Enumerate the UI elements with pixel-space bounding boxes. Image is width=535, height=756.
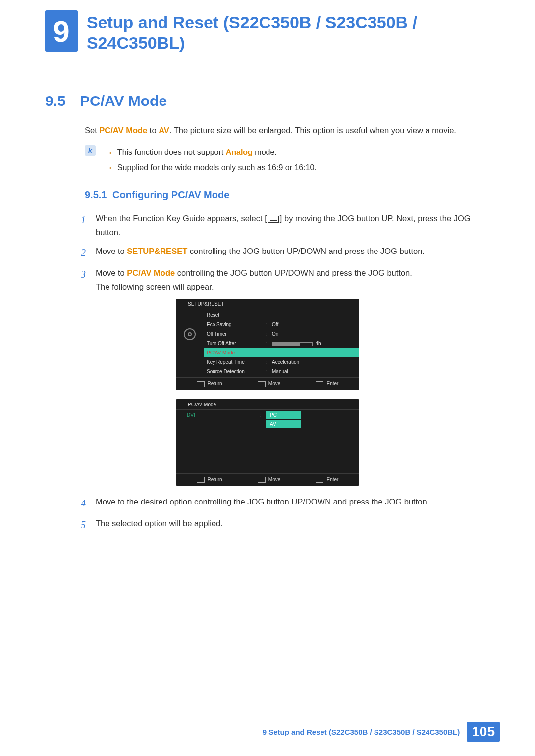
page-number: 105 [467, 722, 500, 742]
subsection-name: Configuring PC/AV Mode [112, 189, 229, 200]
note-item-1: This function does not support Analog mo… [109, 145, 317, 160]
osd2-row-pc: DVI:PC [187, 411, 359, 420]
osd-return-hint: Return [197, 381, 222, 387]
subsection-number: 9.5.1 [85, 189, 112, 201]
step-5: 5 The selected option will be applied. [81, 516, 495, 533]
note-icon: k [85, 145, 96, 156]
step-1: 1 When the Function Key Guide appears, s… [81, 211, 495, 239]
footer-chapter-ref: 9 Setup and Reset (S22C350B / S23C350B /… [263, 728, 460, 736]
chapter-title: Setup and Reset (S22C350B / S23C350B / S… [87, 10, 495, 53]
section-title: 9.5PC/AV Mode [45, 93, 535, 109]
section-name: PC/AV Mode [80, 93, 167, 109]
osd-row-eco: Eco Saving:Off [204, 320, 359, 329]
osd-return-hint: Return [197, 477, 222, 483]
step-4: 4 Move to the desired option controlling… [81, 495, 495, 511]
osd2-footer: Return Move Enter [176, 473, 359, 486]
step-2: 2 Move to SETUP&RESET controlling the JO… [81, 244, 495, 261]
osd-row-pcav-highlighted: PC/AV Mode [204, 348, 359, 357]
osd-row-keyrepeat: Key Repeat Time:Acceleration [204, 357, 359, 367]
osd-enter-hint: Enter [316, 477, 338, 483]
subsection-title: 9.5.1Configuring PC/AV Mode [85, 189, 535, 201]
osd-row-offtimer: Off Timer:On [204, 329, 359, 339]
note-item-2: Supplied for the wide models only such a… [109, 160, 317, 175]
osd2-row-av: AV [187, 420, 359, 429]
osd-enter-hint: Enter [316, 381, 338, 387]
osd-pcav-panel: PC/AV Mode DVI:PC AV Return Move Enter [176, 399, 359, 486]
section-number: 9.5 [45, 93, 80, 109]
gear-icon [184, 328, 196, 340]
chapter-number-badge: 9 [45, 10, 78, 52]
osd-move-hint: Move [258, 381, 280, 387]
osd-move-hint: Move [258, 477, 280, 483]
osd-setup-reset-panel: SETUP&RESET Reset Eco Saving:Off Off Tim… [176, 299, 359, 390]
osd2-title: PC/AV Mode [176, 399, 359, 410]
osd-row-turnoffafter: Turn Off After: 4h [204, 339, 359, 348]
step-3: 3 Move to PC/AV Mode controlling the JOG… [81, 266, 495, 294]
osd-row-reset: Reset [204, 310, 359, 320]
osd-row-sourcedetect: Source Detection:Manual [204, 367, 359, 376]
slider-icon [272, 342, 313, 346]
osd1-footer: Return Move Enter [176, 377, 359, 390]
intro-paragraph: Set PC/AV Mode to AV. The picture size w… [85, 124, 495, 137]
page-footer: 9 Setup and Reset (S22C350B / S23C350B /… [263, 722, 500, 742]
menu-icon [268, 216, 279, 223]
osd1-title: SETUP&RESET [176, 299, 359, 309]
note-block: k This function does not support Analog … [85, 145, 495, 175]
